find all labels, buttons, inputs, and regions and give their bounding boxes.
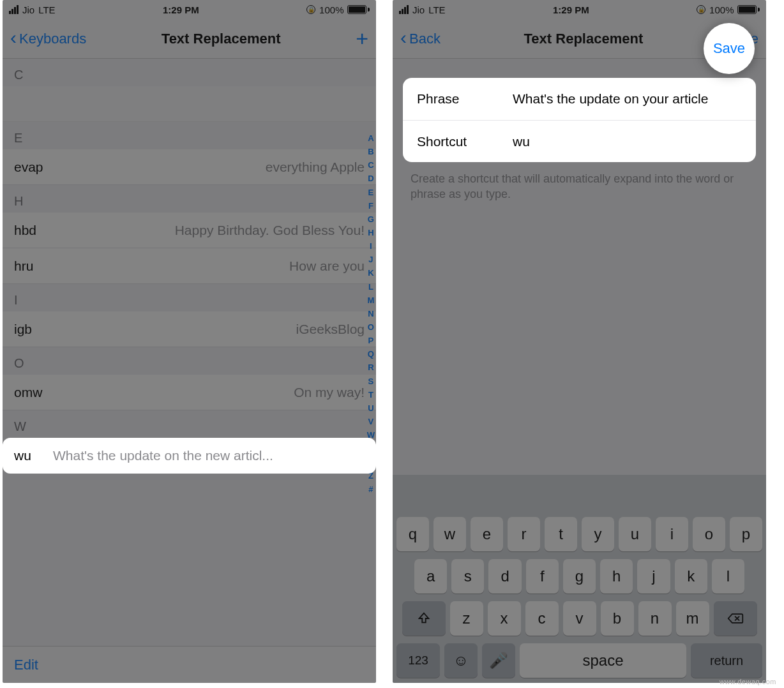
section-header-w: W <box>3 410 376 438</box>
dictation-key[interactable]: 🎤 <box>482 643 515 678</box>
index-letter[interactable]: Q <box>367 348 375 361</box>
index-letter[interactable]: I <box>367 240 375 253</box>
battery-pct: 100% <box>319 4 343 15</box>
key-e[interactable]: e <box>471 517 503 551</box>
space-key[interactable]: space <box>520 643 686 678</box>
key-r[interactable]: r <box>508 517 540 551</box>
save-button-highlight[interactable]: Save <box>713 40 745 57</box>
status-bar: Jio LTE 1:29 PM 🔒 100% <box>3 0 376 19</box>
key-s[interactable]: s <box>451 559 484 594</box>
index-letter[interactable]: K <box>367 267 375 280</box>
table-row[interactable]: wu What's the update on the new articl..… <box>3 438 376 474</box>
index-letter[interactable]: B <box>367 146 375 158</box>
index-letter[interactable]: H <box>367 227 375 239</box>
index-letter[interactable]: E <box>367 186 375 199</box>
index-letter[interactable]: M <box>367 294 375 307</box>
index-letter[interactable]: N <box>367 308 375 320</box>
key-j[interactable]: j <box>637 559 670 594</box>
key-u[interactable]: u <box>619 517 651 551</box>
phrase-input[interactable]: What's the update on your article <box>513 91 742 107</box>
numeric-key[interactable]: 123 <box>396 643 440 678</box>
shift-key[interactable] <box>402 601 446 636</box>
key-g[interactable]: g <box>563 559 596 594</box>
section-header-c: C <box>3 59 376 86</box>
suggestion-bar[interactable] <box>396 481 762 509</box>
key-q[interactable]: q <box>396 517 429 551</box>
index-letter[interactable]: G <box>367 213 375 226</box>
index-letter[interactable]: O <box>367 321 375 334</box>
shortcut-label: Shortcut <box>417 134 513 149</box>
table-row[interactable]: evap everything Apple <box>3 149 376 185</box>
key-f[interactable]: f <box>526 559 559 594</box>
table-row[interactable]: hbd Happy Birthday. God Bless You! <box>3 213 376 248</box>
index-letter[interactable]: C <box>367 159 375 172</box>
section-header-o: O <box>3 347 376 375</box>
key-o[interactable]: o <box>693 517 725 551</box>
chevron-left-icon: ‹ <box>10 28 17 47</box>
index-letter[interactable]: L <box>367 281 375 294</box>
status-time: 1:29 PM <box>163 4 199 15</box>
battery-icon <box>347 5 370 14</box>
index-letter[interactable]: P <box>367 334 375 347</box>
key-p[interactable]: p <box>730 517 762 551</box>
index-letter[interactable]: U <box>367 402 375 415</box>
key-h[interactable]: h <box>600 559 633 594</box>
key-w[interactable]: w <box>433 517 466 551</box>
shortcut-text: omw <box>14 385 65 400</box>
index-letter[interactable]: F <box>367 200 375 213</box>
key-m[interactable]: m <box>676 601 709 636</box>
phrase-label: Phrase <box>417 91 513 107</box>
back-button[interactable]: ‹ Keyboards <box>10 30 86 47</box>
emoji-key[interactable]: ☺ <box>444 643 478 678</box>
key-n[interactable]: n <box>638 601 672 636</box>
key-c[interactable]: c <box>525 601 559 636</box>
chevron-left-icon: ‹ <box>400 28 407 47</box>
index-letter[interactable]: R <box>367 361 375 374</box>
add-button[interactable]: + <box>356 26 368 51</box>
shortcut-input[interactable]: wu <box>513 134 742 149</box>
edit-button[interactable]: Edit <box>14 657 38 673</box>
highlighted-new-entry: wu What's the update on the new articl..… <box>3 438 376 474</box>
index-letter[interactable]: D <box>367 172 375 185</box>
key-v[interactable]: v <box>563 601 596 636</box>
key-y[interactable]: y <box>582 517 614 551</box>
key-z[interactable]: z <box>450 601 483 636</box>
index-letter[interactable]: J <box>367 253 375 266</box>
backspace-key[interactable] <box>714 601 757 636</box>
shortcut-text: hbd <box>14 223 65 238</box>
section-header-h: H <box>3 185 376 213</box>
bottom-toolbar: Edit <box>3 646 376 683</box>
index-letter[interactable]: S <box>367 375 375 388</box>
key-l[interactable]: l <box>712 559 744 594</box>
page-title: Text Replacement <box>162 31 281 47</box>
key-t[interactable]: t <box>545 517 577 551</box>
shortcut-field-row[interactable]: Shortcut wu <box>403 120 756 162</box>
section-header-e: E <box>3 122 376 149</box>
key-x[interactable]: x <box>488 601 521 636</box>
phrase-text: iGeeksBlog <box>296 322 365 337</box>
key-d[interactable]: d <box>488 559 521 594</box>
section-header-i: I <box>3 284 376 311</box>
status-time: 1:29 PM <box>553 4 589 15</box>
table-row[interactable]: hru How are you <box>3 248 376 284</box>
back-button[interactable]: ‹ Back <box>400 30 441 47</box>
return-key[interactable]: return <box>691 643 762 678</box>
index-letter[interactable]: # <box>367 483 375 496</box>
shortcut-text: evap <box>14 160 65 175</box>
helper-text: Create a shortcut that will automaticall… <box>393 162 766 202</box>
key-b[interactable]: b <box>601 601 634 636</box>
index-letter[interactable]: V <box>367 415 375 428</box>
signal-icon <box>399 5 409 14</box>
index-letter[interactable]: T <box>367 389 375 401</box>
phrase-field-row[interactable]: Phrase What's the update on your article <box>403 78 756 120</box>
table-row[interactable]: cyl call you later <box>3 86 376 122</box>
index-letter[interactable]: A <box>367 132 375 145</box>
key-k[interactable]: k <box>675 559 707 594</box>
screen-text-replacement-edit: Jio LTE 1:29 PM 🔒 100% ‹ Back Text Repla… <box>393 0 766 683</box>
key-i[interactable]: i <box>656 517 688 551</box>
key-a[interactable]: a <box>414 559 447 594</box>
table-row[interactable]: omw On my way! <box>3 375 376 410</box>
phrase-text: everything Apple <box>266 160 365 175</box>
table-row[interactable]: igb iGeeksBlog <box>3 311 376 347</box>
shortcut-text: hru <box>14 258 65 274</box>
